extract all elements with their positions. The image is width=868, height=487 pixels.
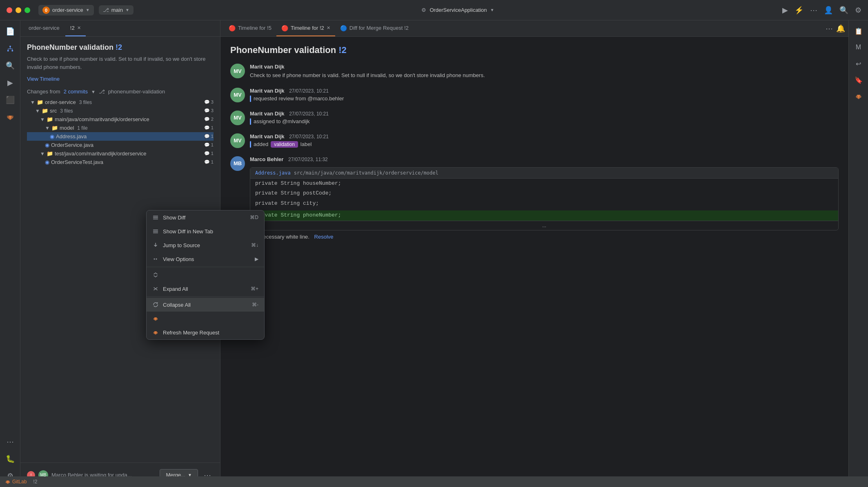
svg-rect-5 <box>153 219 158 219</box>
options-icon <box>152 256 159 262</box>
context-menu: Show Diff ⌘D Show Diff in New Tab Jump t… <box>146 210 265 340</box>
context-menu-overlay: Show Diff ⌘D Show Diff in New Tab Jump t… <box>0 0 868 487</box>
menu-item-label: View Options <box>163 256 194 262</box>
menu-item-label: Refresh Merge Request <box>163 330 219 336</box>
menu-item-copy-mr-url[interactable]: Refresh Merge Request <box>147 325 264 339</box>
menu-item-open-mr-browser[interactable] <box>147 312 264 325</box>
menu-item-label: Expand All <box>163 286 188 292</box>
jump-icon <box>152 242 159 248</box>
gitlab-icon <box>152 315 159 322</box>
menu-divider-1 <box>147 267 264 267</box>
menu-item-label: Jump to Source <box>163 242 200 248</box>
menu-item-jump-source[interactable]: Jump to Source ⌘↓ <box>147 238 264 252</box>
gitlab-icon <box>152 329 159 336</box>
menu-shortcut: ⌘+ <box>251 286 258 292</box>
collapse-icon <box>152 286 159 292</box>
refresh-icon <box>152 301 159 308</box>
menu-item-label: Show Diff in New Tab <box>163 228 213 235</box>
svg-rect-8 <box>153 232 158 233</box>
diff-tab-icon <box>152 228 159 235</box>
svg-rect-6 <box>153 230 158 230</box>
menu-item-refresh-mr[interactable]: Collapse All ⌘- <box>147 298 264 312</box>
menu-shortcut: ⌘↓ <box>251 242 258 248</box>
svg-rect-3 <box>153 216 158 217</box>
submenu-arrow-icon: ▶ <box>255 256 258 262</box>
menu-shortcut: ⌘D <box>250 215 258 220</box>
menu-item-collapse-all[interactable]: Expand All ⌘+ <box>147 282 264 296</box>
diff-icon <box>152 214 159 221</box>
menu-item-show-diff[interactable]: Show Diff ⌘D <box>147 210 264 224</box>
svg-rect-4 <box>153 217 158 218</box>
menu-item-show-diff-tab[interactable]: Show Diff in New Tab <box>147 224 264 238</box>
svg-rect-7 <box>153 231 158 232</box>
menu-item-expand-all[interactable] <box>147 268 264 282</box>
menu-item-view-options[interactable]: View Options ▶ <box>147 252 264 266</box>
menu-shortcut: ⌘- <box>252 302 258 308</box>
svg-point-10 <box>156 259 157 260</box>
menu-item-label: Collapse All <box>163 302 191 308</box>
menu-divider-2 <box>147 297 264 297</box>
menu-item-label: Show Diff <box>163 215 185 221</box>
svg-point-9 <box>154 259 155 260</box>
expand-icon <box>152 272 159 278</box>
